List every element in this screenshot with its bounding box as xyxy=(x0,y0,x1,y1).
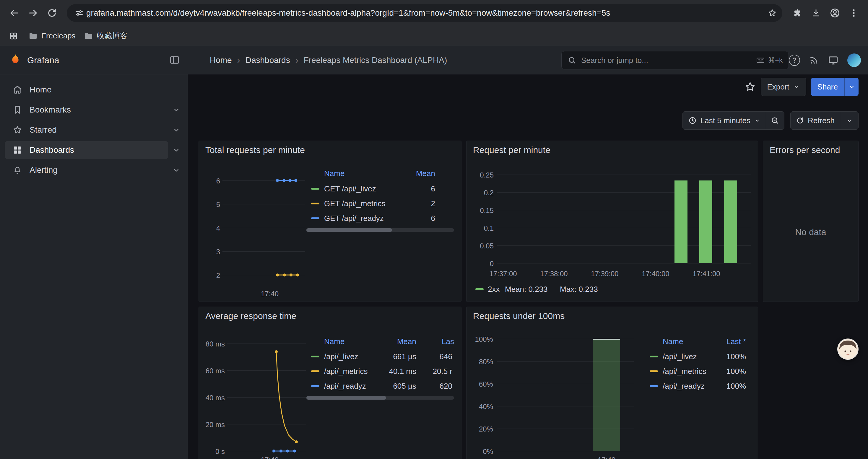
menu-kebab-icon[interactable] xyxy=(845,5,862,21)
zoom-out-button[interactable] xyxy=(766,112,784,129)
no-data-message: No data xyxy=(763,227,858,237)
reload-icon[interactable] xyxy=(44,5,60,21)
y-tick: 80% xyxy=(471,358,493,366)
favorite-star-icon[interactable] xyxy=(744,81,756,93)
breadcrumb-dashboards[interactable]: Dashboards xyxy=(246,56,290,65)
y-tick: 0.25 xyxy=(473,171,494,179)
time-range-button[interactable]: Last 5 minutes xyxy=(683,112,766,129)
monitor-icon[interactable] xyxy=(828,55,838,66)
legend-scrollbar[interactable] xyxy=(306,228,454,232)
url-text[interactable]: grafana.mathmast.com/d/deytv4rwavabkb/fr… xyxy=(86,8,765,18)
share-button[interactable]: Share xyxy=(811,78,859,96)
legend-col-name[interactable]: Name xyxy=(324,337,344,346)
chevron-down-icon[interactable] xyxy=(168,126,185,134)
legend-col-name[interactable]: Name xyxy=(663,337,683,346)
search-input[interactable]: Search or jump to... ⌘+k xyxy=(561,51,789,69)
legend-mean: Mean: 0.233 xyxy=(505,285,548,294)
sidebar-item-bookmarks[interactable]: Bookmarks xyxy=(5,101,168,119)
share-dropdown-caret[interactable] xyxy=(844,78,859,96)
grafana-logo[interactable] xyxy=(9,53,22,67)
legend-series-name[interactable]: GET /api/_metrics xyxy=(324,199,385,208)
search-placeholder: Search or jump to... xyxy=(581,56,751,65)
sidebar-item-home[interactable]: Home xyxy=(5,81,185,99)
downloads-icon[interactable] xyxy=(808,5,824,21)
x-tick: 17:37:00 xyxy=(484,270,522,278)
legend-col-mean[interactable]: Mean xyxy=(416,169,435,178)
extensions-icon[interactable] xyxy=(789,5,805,21)
legend-series-name[interactable]: GET /api/_readyz xyxy=(324,214,384,223)
export-button[interactable]: Export xyxy=(761,78,806,96)
refresh-icon xyxy=(796,117,804,125)
legend-series-name[interactable]: /api/_metrics xyxy=(324,367,368,376)
y-tick: 0.1 xyxy=(473,224,494,232)
clock-icon xyxy=(688,116,697,125)
share-label[interactable]: Share xyxy=(811,78,844,96)
apps-grid-icon[interactable] xyxy=(7,30,20,42)
bookmark-blog-folder[interactable]: 收藏博客 xyxy=(84,31,128,41)
series-swatch xyxy=(650,385,658,387)
y-tick: 0 xyxy=(473,260,494,268)
legend-scrollbar[interactable] xyxy=(306,396,454,400)
x-tick: 17:40 xyxy=(252,290,287,298)
chevron-down-icon[interactable] xyxy=(168,106,185,114)
news-rss-icon[interactable] xyxy=(809,55,819,65)
legend-series-name[interactable]: /api/_readyz xyxy=(324,382,366,391)
legend-col-name[interactable]: Name xyxy=(324,169,344,178)
breadcrumb: Home › Dashboards › Freeleaps Metrics Da… xyxy=(210,46,447,74)
legend-series-name[interactable]: 2xx xyxy=(488,285,500,294)
panel-title[interactable]: Average response time xyxy=(205,311,296,321)
bar-under-100ms xyxy=(593,339,620,451)
sidebar-row-starred: Starred xyxy=(0,121,188,139)
export-label: Export xyxy=(767,83,789,92)
refresh-interval-caret[interactable] xyxy=(840,112,858,129)
help-icon[interactable]: ? xyxy=(789,55,800,66)
series-swatch xyxy=(311,370,319,372)
bookmark-freeleaps[interactable]: Freeleaps xyxy=(28,31,75,41)
panel-total-requests: Total requests per minute 6 5 4 3 2 17:4… xyxy=(198,140,462,302)
sidebar: Home Bookmarks Starred xyxy=(0,74,188,459)
refresh-button[interactable]: Refresh xyxy=(790,112,840,129)
topnav-icons: ? xyxy=(789,46,861,74)
scrollbar-thumb[interactable] xyxy=(306,396,386,400)
x-tick: 17:40 xyxy=(252,456,287,459)
breadcrumb-home[interactable]: Home xyxy=(210,56,232,65)
floating-assistant-avatar[interactable] xyxy=(837,338,859,360)
folder-icon xyxy=(28,31,38,41)
legend-col-mean[interactable]: Mean xyxy=(397,337,416,346)
refresh-group: Refresh xyxy=(790,111,859,130)
legend-series-name[interactable]: /api/_livez xyxy=(663,352,697,361)
bookmark-star-icon[interactable] xyxy=(765,6,779,20)
profile-icon[interactable] xyxy=(827,5,843,21)
panel-title[interactable]: Request per minute xyxy=(473,145,550,155)
sidebar-toggle-icon[interactable] xyxy=(169,54,180,67)
y-tick: 0 s xyxy=(203,448,225,456)
chevron-down-icon xyxy=(754,117,761,124)
forward-icon[interactable] xyxy=(25,5,41,21)
sidebar-item-starred[interactable]: Starred xyxy=(5,121,168,139)
chevron-down-icon[interactable] xyxy=(168,146,185,154)
legend-series-name[interactable]: /api/_metrics xyxy=(663,367,706,376)
legend-col-last[interactable]: Last * xyxy=(726,337,746,346)
user-avatar[interactable] xyxy=(847,54,861,67)
panel-title[interactable]: Total requests per minute xyxy=(205,145,305,155)
sidebar-item-alerting[interactable]: Alerting xyxy=(5,161,168,179)
sidebar-item-dashboards[interactable]: Dashboards xyxy=(5,141,168,159)
scrollbar-thumb[interactable] xyxy=(306,228,392,232)
legend-col-last[interactable]: Las xyxy=(442,337,454,346)
y-tick: 2 xyxy=(204,271,220,280)
back-icon[interactable] xyxy=(6,5,23,21)
legend-series-name[interactable]: /api/_readyz xyxy=(663,382,705,391)
chevron-down-icon xyxy=(848,83,855,90)
series-swatch xyxy=(650,356,658,357)
gridlines xyxy=(497,174,751,263)
legend-series-last: 620 xyxy=(440,382,452,391)
sidebar-row-dashboards: Dashboards xyxy=(0,141,188,159)
panel-title[interactable]: Errors per second xyxy=(770,145,840,155)
legend-series-name[interactable]: GET /api/_livez xyxy=(324,184,376,193)
legend-series-name[interactable]: /api/_livez xyxy=(324,352,359,361)
panel-average-response-time: Average response time 80 ms 60 ms 40 ms … xyxy=(198,306,462,459)
site-info-icon[interactable] xyxy=(72,6,86,20)
url-bar[interactable]: grafana.mathmast.com/d/deytv4rwavabkb/fr… xyxy=(67,4,782,22)
chevron-down-icon[interactable] xyxy=(168,166,185,174)
panel-title[interactable]: Requests under 100ms xyxy=(473,311,565,321)
